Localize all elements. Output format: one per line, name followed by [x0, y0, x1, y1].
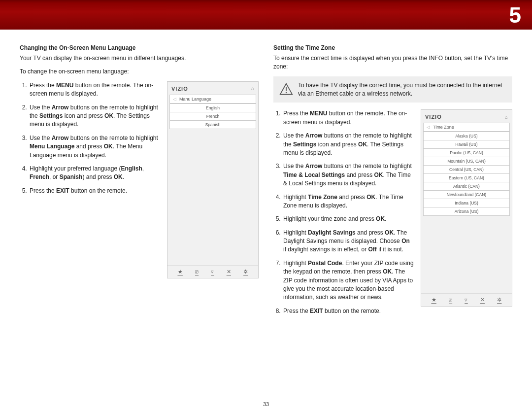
close-icon: ✕	[480, 297, 485, 303]
step: Press the MENU button on the remote. The…	[282, 109, 414, 127]
tv-spacer	[421, 216, 512, 293]
pip-icon: ⎚	[195, 269, 199, 274]
tv-option: French	[169, 112, 256, 121]
tv-option: Spanish	[169, 121, 256, 129]
lead-left: To change the on-screen menu language:	[20, 68, 259, 76]
close-icon: ✕	[227, 269, 231, 275]
tv-option: Indiana (US)	[423, 199, 510, 207]
left-inner-row: Press the MENU button on the remote. The…	[20, 81, 259, 278]
down-icon: ▿	[211, 269, 214, 275]
star-icon: ★	[178, 269, 183, 275]
step: Use the Arrow buttons on the remote to h…	[282, 162, 414, 188]
tv-brand: VIZIO	[171, 86, 188, 92]
tv-mock-right: VIZIO ⌂ ◁ Time Zone Alaska (US) Hawaii (…	[421, 109, 512, 307]
step: Highlight your preferred language (Engli…	[29, 165, 160, 182]
back-arrow-icon: ◁	[173, 97, 176, 102]
section-heading-right: Setting the Time Zone	[273, 44, 512, 51]
breadcrumb-label: Time Zone	[433, 125, 454, 130]
tv-breadcrumb: ◁ Manu Language	[169, 95, 256, 103]
gear-icon: ✲	[497, 297, 501, 303]
left-column: Changing the On-Screen Menu Language You…	[20, 44, 259, 320]
step: Highlight Daylight Savings and press OK.…	[282, 229, 414, 254]
svg-point-2	[286, 92, 287, 93]
tv-option: Eastern (US, CAN)	[423, 174, 510, 182]
tv-header: VIZIO ⌂	[421, 110, 512, 123]
tv-option: Pacific (US, CAN)	[423, 149, 510, 157]
tv-option: Hawaii (US)	[423, 140, 510, 149]
step: Press the EXIT button on the remote.	[29, 187, 160, 195]
tv-option: Atlantic (CAN)	[423, 182, 510, 191]
tv-option: Mountain (US, CAN)	[423, 157, 510, 166]
warning-icon	[279, 82, 293, 96]
callout-text: To have the TV display the correct time,…	[298, 81, 506, 98]
tv-brand: VIZIO	[425, 114, 442, 120]
step: Highlight your time zone and press OK.	[282, 215, 414, 223]
tv-breadcrumb: ◁ Time Zone	[423, 123, 510, 132]
breadcrumb-label: Manu Language	[179, 97, 211, 102]
left-steps-wrap: Press the MENU button on the remote. The…	[20, 81, 160, 200]
right-inner-row: Press the MENU button on the remote. The…	[273, 109, 512, 320]
step: Press the EXIT button on the remote.	[282, 307, 414, 315]
step: Use the Arrow buttons on the remote to h…	[282, 132, 414, 157]
chapter-number: 5	[509, 3, 521, 28]
tv-spacer	[167, 129, 258, 265]
section-heading-left: Changing the On-Screen Menu Language	[20, 44, 259, 51]
tv-option-list: English French Spanish	[169, 103, 256, 129]
tv-option: Alaska (US)	[423, 132, 510, 140]
tv-footer-icons: ★ ⎚ ▿ ✕ ✲	[421, 293, 512, 306]
page: 5 Changing the On-Screen Menu Language Y…	[0, 0, 532, 411]
left-steps: Press the MENU button on the remote. The…	[20, 81, 160, 195]
tv-option: Newfoundland (CAN)	[423, 191, 510, 199]
intro-left: Your TV can display the on-screen menu i…	[20, 54, 259, 63]
home-icon: ⌂	[251, 86, 254, 91]
step: Highlight Postal Code. Enter your ZIP co…	[282, 259, 414, 302]
chapter-header-bar: 5	[0, 0, 532, 30]
step: Use the Arrow buttons on the remote to h…	[29, 103, 160, 129]
page-number: 33	[0, 401, 532, 407]
step: Press the MENU button on the remote. The…	[29, 81, 160, 99]
tv-option-list: Alaska (US) Hawaii (US) Pacific (US, CAN…	[423, 132, 510, 216]
back-arrow-icon: ◁	[427, 125, 430, 130]
down-icon: ▿	[465, 297, 467, 303]
right-column: Setting the Time Zone To ensure the corr…	[273, 44, 512, 320]
content-columns: Changing the On-Screen Menu Language You…	[0, 30, 532, 325]
tv-footer-icons: ★ ⎚ ▿ ✕ ✲	[167, 265, 258, 278]
intro-right: To ensure the correct time is displayed …	[273, 54, 512, 71]
step: Use the Arrow buttons on the remote to h…	[29, 134, 160, 160]
right-steps: Press the MENU button on the remote. The…	[273, 109, 414, 315]
star-icon: ★	[432, 297, 436, 303]
tv-header: VIZIO ⌂	[167, 82, 258, 95]
step: Highlight Time Zone and press OK. The Ti…	[282, 193, 414, 210]
tv-option: English	[169, 103, 256, 112]
gear-icon: ✲	[243, 269, 248, 275]
right-steps-wrap: Press the MENU button on the remote. The…	[273, 109, 414, 320]
home-icon: ⌂	[505, 114, 508, 120]
tv-mock-left: VIZIO ⌂ ◁ Manu Language English French S…	[167, 81, 259, 278]
pip-icon: ⎚	[449, 297, 452, 303]
warning-callout: To have the TV display the correct time,…	[273, 76, 512, 103]
tv-option: Arizona (US)	[423, 207, 510, 216]
tv-option: Central (US, CAN)	[423, 166, 510, 174]
